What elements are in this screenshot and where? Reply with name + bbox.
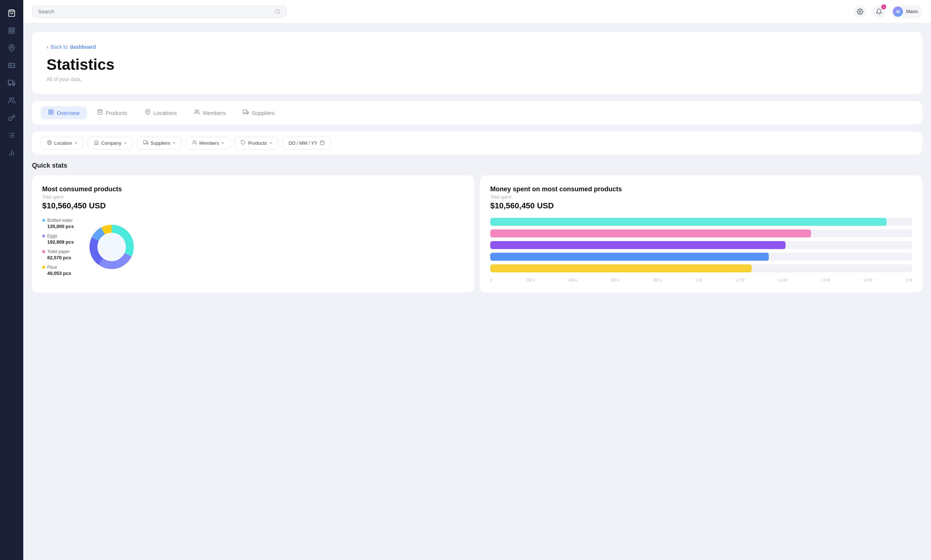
tab-overview[interactable]: Overview: [41, 106, 87, 119]
tab-suppliers[interactable]: Suppliers: [235, 106, 282, 119]
bar-track-2: [490, 241, 912, 249]
bar-row-0: [490, 218, 912, 226]
tab-locations-label: Locations: [154, 110, 177, 116]
tab-members-label: Members: [203, 110, 226, 116]
sidebar-icon-list[interactable]: [5, 128, 19, 143]
tab-suppliers-icon: [243, 109, 249, 116]
tab-locations-icon: [145, 109, 151, 116]
notification-badge: 1: [881, 5, 886, 9]
filter-location[interactable]: Location ▾: [41, 137, 83, 149]
svg-point-20: [275, 9, 279, 14]
filter-products-icon: [241, 140, 246, 146]
svg-rect-24: [49, 112, 51, 114]
hero-card: ‹ Back to dashboard Statistics All of yo…: [32, 32, 922, 94]
settings-button[interactable]: [854, 5, 866, 18]
tab-products[interactable]: Products: [90, 106, 135, 119]
section-title: Quick stats: [32, 162, 922, 169]
money-spent-label: Total spent: [490, 195, 912, 200]
bar-track-3: [490, 253, 912, 261]
tab-members-icon: [194, 109, 200, 116]
legend-dot-flour: [42, 266, 45, 269]
money-spent-card: Money spent on most consumed products To…: [480, 175, 922, 292]
legend-count-flour: 40,053 pcs: [42, 271, 74, 276]
svg-rect-2: [12, 28, 15, 30]
svg-rect-38: [320, 141, 324, 145]
bar-track-0: [490, 218, 912, 226]
sidebar-icon-location[interactable]: [5, 41, 19, 55]
bell-icon: [876, 8, 882, 15]
tab-products-icon: [97, 109, 103, 116]
money-spent-title: Money spent on most consumed products: [490, 185, 912, 193]
legend-dot-eggs: [42, 235, 45, 237]
search-input[interactable]: [38, 9, 272, 15]
filter-suppliers-label: Suppliers: [151, 140, 170, 146]
legend-item-eggs: Eggs 192,909 pcs: [42, 234, 74, 245]
filter-location-chevron: ▾: [75, 141, 77, 145]
header-actions: 1 M Mario: [854, 5, 922, 18]
filters-bar: Location ▾ Company ▾ Suppliers ▾: [32, 132, 922, 155]
filter-company[interactable]: Company ▾: [88, 137, 133, 149]
sidebar: [0, 0, 23, 560]
svg-point-21: [859, 11, 861, 12]
filter-date[interactable]: DD / MM / YY: [283, 137, 331, 149]
page-subtitle: All of your data,: [46, 76, 908, 82]
bar-axis-labels: 0 200 k 400 k 600 k 800 k 1 M 1.2 M 1.4 …: [490, 278, 912, 282]
bar-fill-0: [490, 218, 886, 226]
legend-count-toilet-paper: 62,570 pcs: [42, 255, 74, 260]
filter-date-icon: [320, 140, 325, 146]
svg-rect-3: [9, 31, 11, 34]
bar-row-3: [490, 253, 912, 261]
svg-rect-29: [243, 110, 247, 113]
tab-members[interactable]: Members: [187, 106, 233, 119]
page-title: Statistics: [46, 56, 908, 74]
back-link-text: Back to: [51, 44, 68, 50]
filter-products-chevron: ▾: [270, 141, 272, 145]
content-area: ‹ Back to dashboard Statistics All of yo…: [23, 23, 931, 560]
svg-rect-33: [143, 141, 146, 144]
bar-row-2: [490, 241, 912, 249]
svg-point-9: [13, 84, 14, 85]
filter-members-icon: [192, 140, 197, 146]
bar-chart: 0 200 k 400 k 600 k 800 k 1 M 1.2 M 1.4 …: [490, 218, 912, 282]
svg-rect-23: [51, 110, 53, 112]
sidebar-icon-id[interactable]: [5, 58, 19, 73]
legend-item-toilet-paper: Toilet paper 62,570 pcs: [42, 249, 74, 260]
user-avatar: M: [893, 6, 903, 17]
user-menu[interactable]: M Mario: [891, 5, 922, 18]
tabs-bar: Overview Products Locations Members: [32, 101, 922, 125]
main-content: 1 M Mario ‹ Back to dashboard Statistics…: [23, 0, 931, 560]
filter-products[interactable]: Products ▾: [235, 137, 278, 149]
most-consumed-title: Most consumed products: [42, 185, 464, 193]
filter-company-icon: [94, 140, 99, 146]
back-to-dashboard-link[interactable]: ‹ Back to dashboard: [46, 44, 908, 50]
svg-point-30: [244, 113, 245, 114]
bar-track-4: [490, 265, 912, 272]
search-bar[interactable]: [32, 5, 286, 18]
filter-location-label: Location: [54, 140, 72, 146]
tab-overview-label: Overview: [57, 110, 80, 116]
svg-rect-1: [9, 28, 11, 30]
bar-row-1: [490, 229, 912, 237]
svg-point-8: [9, 84, 11, 85]
sidebar-icon-key[interactable]: [5, 111, 19, 125]
svg-rect-22: [49, 110, 51, 112]
svg-point-47: [98, 234, 125, 260]
tab-locations[interactable]: Locations: [137, 106, 184, 119]
back-link-bold: dashboard: [70, 44, 96, 50]
svg-point-35: [146, 143, 148, 145]
svg-rect-25: [51, 112, 53, 114]
filter-suppliers-chevron: ▾: [173, 141, 175, 145]
svg-point-36: [193, 141, 195, 143]
sidebar-icon-people[interactable]: [5, 93, 19, 108]
header: 1 M Mario: [23, 0, 931, 23]
filter-members[interactable]: Members ▾: [186, 137, 230, 149]
filter-suppliers[interactable]: Suppliers ▾: [137, 137, 182, 149]
svg-point-5: [11, 46, 13, 48]
sidebar-icon-shop[interactable]: [5, 6, 19, 20]
bar-fill-2: [490, 241, 786, 249]
sidebar-icon-truck[interactable]: [5, 75, 19, 90]
most-consumed-label: Total spent: [42, 195, 464, 200]
notifications-button[interactable]: 1: [873, 5, 886, 18]
sidebar-icon-chart[interactable]: [5, 145, 19, 160]
sidebar-icon-home[interactable]: [5, 23, 19, 38]
